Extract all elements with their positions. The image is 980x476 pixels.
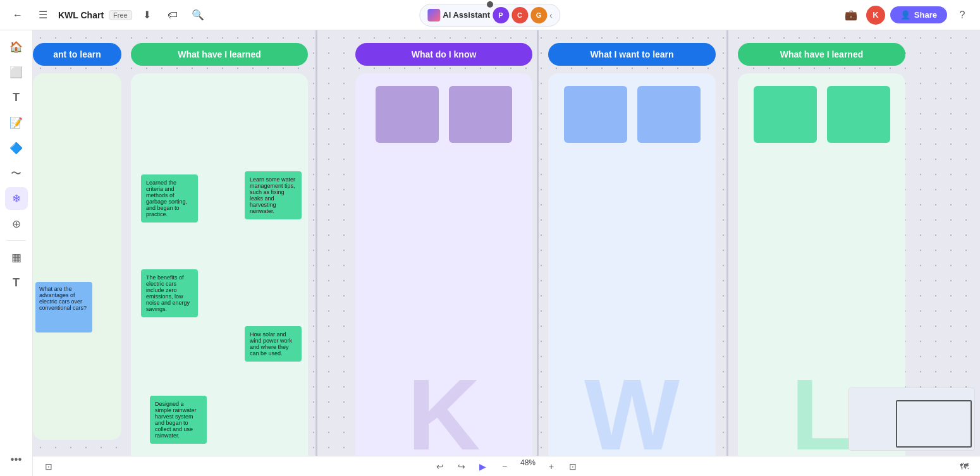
map-toggle-button[interactable]: 🗺 [956, 458, 972, 475]
letter-k-bg: K [407, 364, 481, 456]
collab-avatar-3: G [530, 7, 547, 23]
kwl-content: ant to learn What are the advantages of … [33, 30, 980, 456]
panel-want-partial: ant to learn What are the advantages of … [33, 43, 121, 440]
sticky-l-1[interactable] [754, 86, 817, 143]
zoom-in-button[interactable]: + [543, 458, 560, 475]
sidebar: 🏠 ⬜ T 📝 🔷 〜 ❄ ⊕ ▦ T ••• [0, 30, 33, 476]
panel-k: What do I know K [355, 43, 532, 456]
toolbar-left: ← ☰ KWL Chart Free ⬇ 🏷 🔍 [8, 5, 208, 25]
ai-logo-icon [427, 9, 440, 21]
collab-avatar-2: C [511, 7, 528, 23]
sidebar-icon-text2[interactable]: T [5, 271, 28, 294]
sidebar-icon-home[interactable]: 🏠 [5, 35, 28, 58]
briefcase-button[interactable]: 💼 [841, 5, 861, 25]
divider-1 [315, 30, 317, 456]
collab-avatar-1: P [493, 7, 509, 23]
sticky-k-2[interactable] [449, 86, 512, 143]
sidebar-icon-star[interactable]: ❄ [5, 187, 28, 210]
ai-assistant-button[interactable]: AI Assistant [443, 10, 490, 20]
sidebar-divider [7, 240, 26, 241]
letter-w-bg: W [584, 364, 680, 456]
sticky-learned-4[interactable]: How solar and wind power work and where … [245, 326, 302, 362]
learned-left-btn[interactable]: What have I learned [131, 43, 308, 66]
bottom-right: 🗺 [956, 458, 972, 475]
sticky-learned-2[interactable]: Learn some water management tips, such a… [245, 171, 302, 219]
l-stickies-row [738, 73, 905, 143]
help-button[interactable]: ? [952, 5, 972, 25]
letter-l-bg: L [791, 364, 853, 456]
tag-icon: 🏷 [168, 9, 178, 21]
search-button[interactable]: 🔍 [188, 5, 208, 25]
back-icon: ← [13, 9, 23, 21]
sidebar-icon-pen[interactable]: 〜 [5, 162, 28, 185]
sticky-learned-3[interactable]: The benefits of electric cars include ze… [141, 269, 198, 317]
menu-icon: ☰ [39, 9, 47, 21]
sidebar-icon-text[interactable]: T [5, 86, 28, 109]
divider-3 [726, 30, 728, 456]
sticky-w-2[interactable] [637, 86, 701, 143]
bottom-left: ⊡ [40, 458, 57, 475]
sidebar-icon-more[interactable]: ••• [5, 448, 28, 471]
free-badge: Free [109, 10, 132, 20]
zoom-out-button[interactable]: − [496, 458, 513, 475]
sticky-blue-partial[interactable]: What are the advantages of electric cars… [35, 282, 92, 333]
pointer-mode-button[interactable]: ▶ [475, 458, 491, 475]
collab-icons: P C G [493, 7, 547, 23]
tag-button[interactable]: 🏷 [162, 5, 183, 25]
know-btn[interactable]: What do I know [355, 43, 532, 66]
learned-left-container: Learned the criteria and methods of garb… [131, 73, 308, 456]
user-avatar[interactable]: K [866, 6, 885, 25]
help-icon: ? [960, 9, 965, 21]
want-to-learn-btn-partial[interactable]: ant to learn [33, 43, 121, 66]
undo-icon: ↩ [436, 461, 444, 472]
sidebar-icon-connect[interactable]: ⊕ [5, 212, 28, 235]
divider-2 [537, 30, 539, 456]
canvas-area[interactable]: ant to learn What are the advantages of … [33, 30, 980, 456]
search-icon: 🔍 [192, 9, 204, 21]
progress-indicator [487, 1, 493, 8]
panel-w: What I want to learn W [548, 43, 716, 456]
briefcase-icon: 💼 [845, 9, 857, 21]
panel-learned-left: What have I learned Learned the criteria… [131, 43, 308, 456]
pointer-icon: ▶ [479, 461, 486, 472]
app-name-label: KWL Chart [58, 10, 104, 20]
w-panel-container: W [548, 73, 716, 456]
toolbar-right: 💼 K 👤 Share ? [841, 5, 972, 25]
sticky-learned-5[interactable]: Designed a simple rainwater harvest syst… [150, 396, 207, 444]
ai-bar-collapse[interactable]: ‹ [549, 10, 553, 20]
k-panel-container: K [355, 73, 532, 456]
want-panel-container-partial: What are the advantages of electric cars… [33, 73, 121, 440]
zoom-level-display: 48% [518, 458, 538, 475]
share-icon: 👤 [900, 10, 910, 20]
sidebar-icon-grid[interactable]: ▦ [5, 246, 28, 269]
want-btn[interactable]: What I want to learn [548, 43, 716, 66]
share-button[interactable]: 👤 Share [890, 6, 947, 23]
back-button[interactable]: ← [8, 5, 28, 25]
minimap[interactable] [848, 388, 975, 451]
w-stickies-row [548, 73, 716, 143]
presentation-button[interactable]: ⊡ [40, 458, 57, 475]
sidebar-icon-shapes[interactable]: 🔷 [5, 137, 28, 159]
map-icon: 🗺 [960, 461, 969, 472]
learned-right-btn[interactable]: What have I learned [738, 43, 905, 66]
redo-icon: ↪ [458, 461, 465, 472]
sticky-w-1[interactable] [564, 86, 627, 143]
redo-button[interactable]: ↪ [453, 458, 470, 475]
zoom-out-icon: − [502, 461, 507, 472]
undo-button[interactable]: ↩ [432, 458, 448, 475]
menu-button[interactable]: ☰ [33, 5, 53, 25]
sidebar-icon-sticky[interactable]: 📝 [5, 111, 28, 134]
sticky-l-2[interactable] [827, 86, 890, 143]
presentation-icon: ⊡ [45, 461, 52, 472]
sticky-learned-1[interactable]: Learned the criteria and methods of garb… [141, 174, 198, 223]
zoom-in-icon: + [549, 461, 554, 472]
download-button[interactable]: ⬇ [137, 5, 157, 25]
fit-icon: ⊡ [569, 461, 577, 472]
bottom-bar: ⊡ ↩ ↪ ▶ − 48% + ⊡ 🗺 [33, 456, 980, 476]
k-stickies-row [355, 73, 532, 143]
ai-assistant-label: AI Assistant [443, 10, 490, 20]
sidebar-icon-frame[interactable]: ⬜ [5, 61, 28, 83]
fit-to-screen-button[interactable]: ⊡ [565, 458, 581, 475]
sticky-k-1[interactable] [376, 86, 439, 143]
download-icon: ⬇ [143, 9, 151, 21]
